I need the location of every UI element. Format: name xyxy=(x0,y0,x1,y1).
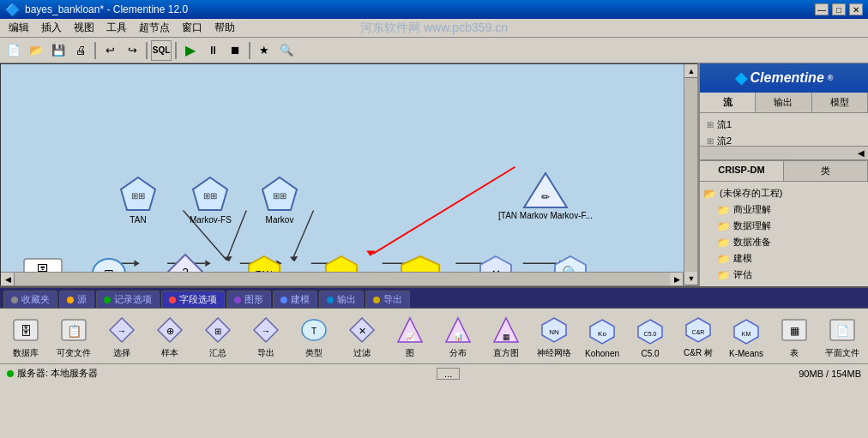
palette-summary-label: 汇总 xyxy=(209,347,226,359)
crisp-data-prep[interactable]: 📁 数据准备 xyxy=(703,234,865,250)
palette-tab-output[interactable]: 输出 xyxy=(319,291,364,308)
window-title: bayes_bankloan* - Clementine 12.0 xyxy=(25,3,188,15)
crisp-tab-class[interactable]: 类 xyxy=(784,161,868,181)
maximize-button[interactable]: □ xyxy=(832,3,846,15)
menu-tools[interactable]: 工具 xyxy=(101,19,132,37)
statusbar: 服务器: 本地服务器 ... 90MB / 154MB xyxy=(0,363,868,382)
toolbar-open[interactable]: 📂 xyxy=(26,40,46,61)
hscroll-right[interactable]: ▶ xyxy=(670,273,684,286)
toolbar-print[interactable]: 🖨 xyxy=(70,40,91,61)
palette-node-hist[interactable]: ▦ 直方图 xyxy=(487,315,525,359)
palette-tab-favorites[interactable]: 收藏夹 xyxy=(3,291,57,308)
toolbar-search[interactable]: 🔍 xyxy=(276,40,297,61)
palette-node-graph[interactable]: 📈 图 xyxy=(391,315,429,359)
markov-fs-top-icon: ⊞⊞ xyxy=(191,176,229,213)
toolbar-save[interactable]: 💾 xyxy=(48,40,69,61)
vscroll-down[interactable]: ▼ xyxy=(684,272,698,285)
palette-node-kmeans[interactable]: KM K-Means xyxy=(727,316,765,358)
tab-flow[interactable]: 流 xyxy=(700,93,756,112)
palette-node-select[interactable]: → 选择 xyxy=(103,315,141,359)
palette-node-varfile[interactable]: 📋 可变文件 xyxy=(55,315,93,359)
menu-edit[interactable]: 编辑 xyxy=(3,19,34,37)
crisp-eval[interactable]: 📁 评估 xyxy=(703,267,865,283)
node-markov-top-label: Markov xyxy=(266,215,294,225)
palette-node-summary[interactable]: ⊞ 汇总 xyxy=(199,315,237,359)
toolbar-sep2 xyxy=(146,42,148,59)
toolbar-new[interactable]: 📄 xyxy=(3,40,24,61)
crisp-biz[interactable]: 📁 商业理解 xyxy=(703,201,865,218)
node-tan-top[interactable]: ⊞⊞ TAN xyxy=(119,176,157,225)
dot-model xyxy=(280,297,287,303)
toolbar-undo[interactable]: ↩ xyxy=(99,40,120,61)
crisp-modeling[interactable]: 📁 建模 xyxy=(703,250,865,267)
menu-supernode[interactable]: 超节点 xyxy=(134,19,175,37)
palette-nn-label: 神经网络 xyxy=(537,347,571,359)
flow-item-2[interactable]: ⊞ 流2 xyxy=(703,133,865,146)
panel-expand[interactable]: ◀ xyxy=(700,146,868,159)
right-panel-header: ◆ Clementine ® xyxy=(700,63,868,93)
palette-tab-export[interactable]: 导出 xyxy=(365,291,410,308)
palette-node-table[interactable]: ▦ 表 xyxy=(775,315,813,359)
crisp-tab-main[interactable]: CRISP-DM xyxy=(700,161,784,181)
node-markov-top[interactable]: ⊞⊞ Markov xyxy=(261,176,298,225)
palette-node-sample[interactable]: ⊕ 样本 xyxy=(151,315,189,359)
palette-node-export[interactable]: → 导出 xyxy=(247,315,285,359)
crisp-data-understand[interactable]: 📁 数据理解 xyxy=(703,218,865,234)
node-tan-top-label: TAN xyxy=(130,215,146,225)
toolbar-run[interactable]: ▶ xyxy=(180,40,201,61)
palette-sample-label: 样本 xyxy=(161,347,178,359)
palette-node-c50[interactable]: C5.0 C5.0 xyxy=(631,316,669,358)
palette-node-dist[interactable]: 📊 分布 xyxy=(439,315,477,359)
toolbar-sql[interactable]: SQL xyxy=(151,40,172,61)
palette-tab-field[interactable]: 字段选项 xyxy=(161,291,225,308)
svg-text:⊞⊞: ⊞⊞ xyxy=(131,191,145,201)
palette-type-icon: T xyxy=(298,315,329,345)
tab-output[interactable]: 输出 xyxy=(756,93,811,112)
vscroll-up[interactable]: ▲ xyxy=(684,64,698,78)
palette-tab-record[interactable]: 记录选项 xyxy=(96,291,160,308)
dot-favorites xyxy=(11,297,18,303)
svg-text:▦: ▦ xyxy=(503,333,510,341)
statusbar-center[interactable]: ... xyxy=(437,368,460,380)
svg-text:T: T xyxy=(311,327,316,336)
menu-help[interactable]: 帮助 xyxy=(209,19,240,37)
statusbar-left: 服务器: 本地服务器 xyxy=(7,367,98,380)
palette-graph-icon: 📈 xyxy=(395,315,425,345)
palette-tab-graph[interactable]: 图形 xyxy=(226,291,271,308)
palette-tab-source[interactable]: 源 xyxy=(59,291,94,308)
palette-tab-model[interactable]: 建模 xyxy=(273,291,317,308)
toolbar-stop[interactable]: ⏹ xyxy=(225,40,245,61)
palette-node-db[interactable]: 🗄 数据库 xyxy=(7,315,45,359)
tab-model[interactable]: 模型 xyxy=(812,93,868,112)
menu-view[interactable]: 视图 xyxy=(69,19,99,37)
node-markov-fs-top[interactable]: ⊞⊞ Markov-FS xyxy=(190,176,232,225)
tab-field-label: 字段选项 xyxy=(179,293,217,306)
hscroll-left[interactable]: ◀ xyxy=(1,273,15,286)
toolbar-star[interactable]: ★ xyxy=(254,40,274,61)
palette-node-filter[interactable]: ✕ 过滤 xyxy=(343,315,381,359)
vscroll-track[interactable] xyxy=(684,78,697,272)
canvas-hscroll[interactable]: ◀ ▶ xyxy=(1,272,684,285)
palette-summary-icon: ⊞ xyxy=(202,315,233,345)
canvas-area[interactable]: 🗄 bankloan.sav ⊞ Type ? Select TAN xyxy=(0,63,698,286)
toolbar-pause[interactable]: ⏸ xyxy=(202,40,223,61)
menu-window[interactable]: 窗口 xyxy=(177,19,208,37)
close-button[interactable]: ✕ xyxy=(849,3,863,15)
flow-icon-1: ⊞ xyxy=(707,120,714,129)
root-folder-icon: 📂 xyxy=(703,188,716,200)
palette-select-label: 选择 xyxy=(113,347,130,359)
node-model-out[interactable]: ✏ [TAN Markov Markov-F... xyxy=(498,171,593,220)
minimize-button[interactable]: — xyxy=(815,3,829,15)
flow-label-1: 流1 xyxy=(717,118,732,131)
palette-node-cr[interactable]: C&R C&R 树 xyxy=(679,315,717,359)
menu-insert[interactable]: 插入 xyxy=(36,19,67,37)
hscroll-track[interactable] xyxy=(15,273,670,285)
toolbar-redo[interactable]: ↪ xyxy=(122,40,142,61)
palette-node-kohonen[interactable]: Ko Kohonen xyxy=(583,316,621,358)
crisp-root[interactable]: 📂 (未保存的工程) xyxy=(703,185,865,201)
palette-node-type[interactable]: T 类型 xyxy=(295,315,333,359)
canvas-vscroll[interactable]: ▲ ▼ xyxy=(684,64,697,285)
palette-node-nn[interactable]: NN 神经网络 xyxy=(535,315,573,359)
palette-node-flatfile[interactable]: 📄 平面文件 xyxy=(823,315,861,359)
flow-item-1[interactable]: ⊞ 流1 xyxy=(703,117,865,133)
